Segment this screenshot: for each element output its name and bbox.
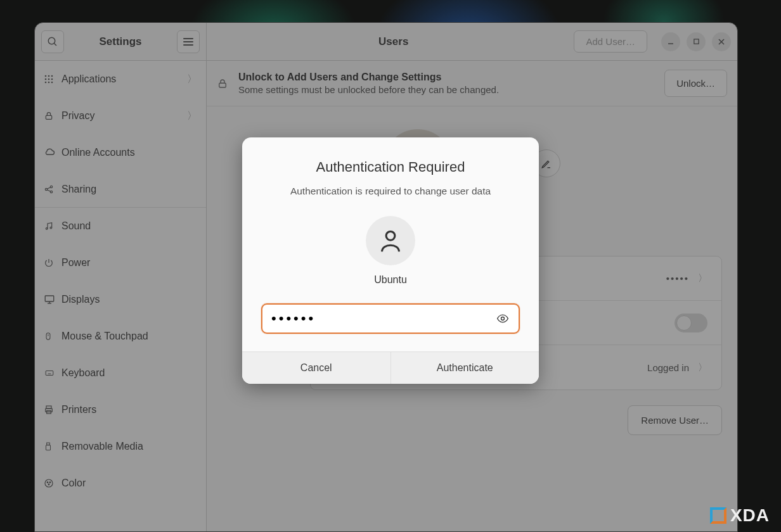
watermark: XDA [710,505,770,526]
modal-overlay[interactable]: Authentication Required Authentication i… [0,0,781,532]
authentication-dialog: Authentication Required Authentication i… [242,137,539,384]
svg-point-46 [386,231,395,240]
reveal-password-button[interactable] [496,312,510,326]
dialog-actions: Cancel Authenticate [242,352,539,384]
watermark-text: XDA [730,505,770,526]
cancel-button[interactable]: Cancel [242,352,391,384]
dialog-avatar [366,216,415,265]
dialog-username: Ubuntu [261,274,520,286]
svg-point-47 [501,317,505,320]
password-input[interactable] [271,310,496,327]
password-field-wrapper [261,303,520,334]
xda-logo-icon [710,507,726,524]
dialog-message: Authentication is required to change use… [261,186,520,197]
authenticate-button[interactable]: Authenticate [391,352,539,384]
dialog-title: Authentication Required [261,159,520,175]
